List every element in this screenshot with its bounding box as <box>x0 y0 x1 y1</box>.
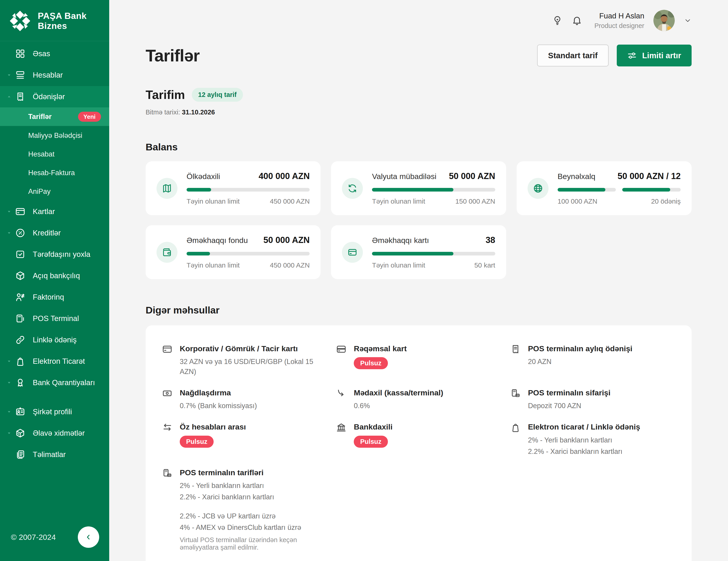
sidebar-subitem-hesabat[interactable]: Hesabat <box>0 145 109 164</box>
chevron-down-icon <box>5 359 14 364</box>
product-pos-tarifleri: POS terminalın tarifləri 2% - Yerli bank… <box>162 467 327 551</box>
other-products-title: Digər məhsullar <box>146 305 692 316</box>
user-menu-chevron-icon[interactable] <box>684 17 692 24</box>
sidebar-item-elave-xidmetler[interactable]: Əlavə xidmətlər <box>0 422 109 444</box>
cube-3d-icon <box>14 270 27 281</box>
progress-bar <box>558 188 616 192</box>
sidebar-item-elektron-ticaret[interactable]: Elektron Ticarət <box>0 351 109 372</box>
chevron-down-icon <box>5 209 14 214</box>
balance-card-olkedaxili: Ölkədaxili 400 000 AZN Təyin olunan limi… <box>146 161 321 215</box>
chevron-down-icon <box>5 431 14 436</box>
user-name: Fuad H Aslan <box>594 12 644 20</box>
topbar: Fuad H Aslan Product designer <box>146 10 692 31</box>
sidebar-item-kreditler[interactable]: Kreditlər <box>0 222 109 244</box>
sidebar-subitem-tarifler[interactable]: Tariflər Yeni <box>0 107 109 126</box>
transfer-arrows-icon <box>162 422 172 434</box>
shopping-bag-icon <box>14 356 27 366</box>
sidebar-item-hesablar[interactable]: Hesablar <box>0 64 109 86</box>
package-icon <box>14 428 27 438</box>
percent-circle-icon <box>14 228 27 238</box>
receipt-icon <box>510 344 521 355</box>
bell-icon[interactable] <box>572 15 582 26</box>
plan-duration-badge: 12 aylıq tarif <box>192 88 243 102</box>
user-info: Fuad H Aslan Product designer <box>594 12 644 30</box>
chevron-left-icon <box>85 533 92 541</box>
product-medaxil: Mədaxil (kassa/terminal) 0.6% <box>336 388 501 411</box>
product-reqemsal-kart: Rəqəmsal kart Pulsuz <box>336 344 501 377</box>
brand-logo: PAŞA Bank Biznes <box>0 0 109 41</box>
standart-tarif-button[interactable]: Standart tarif <box>537 45 609 66</box>
sidebar-item-terefdasini-yoxla[interactable]: Tərəfdaşını yoxla <box>0 244 109 265</box>
curved-arrow-icon <box>336 388 346 399</box>
id-card-icon <box>14 407 27 417</box>
progress-bar <box>372 188 495 192</box>
product-nagdlasdirma: Nağdlaşdırma 0.7% (Bank komissiyası) <box>162 388 327 411</box>
sidebar-item-faktorinq[interactable]: Faktorinq <box>0 286 109 308</box>
user-role: Product designer <box>594 22 644 30</box>
product-pos-sifarisi: POS terminalın sifarişi Depozit 700 AZN <box>510 388 675 411</box>
product-pos-ayliq-odenis: POS terminalın aylıq ödənişi 20 AZN <box>510 344 675 377</box>
sidebar-item-kartlar[interactable]: Kartlar <box>0 201 109 222</box>
sidebar-item-esas[interactable]: Əsas <box>0 43 109 64</box>
card-icon <box>14 206 27 217</box>
product-elektron-ticaret: Elektron ticarət / Linklə ödəniş 2% - Ye… <box>510 422 675 456</box>
pos-order-icon <box>510 388 521 399</box>
payments-receipt-icon <box>14 91 27 102</box>
progress-bar <box>372 252 495 255</box>
chevron-up-icon <box>5 94 14 99</box>
chevron-down-icon <box>5 380 14 385</box>
documents-icon <box>14 449 27 460</box>
limiti-artir-button[interactable]: Limiti artır <box>617 45 692 66</box>
progress-bar <box>187 252 310 255</box>
balance-card-valyuta: Valyuta mübadiləsi 50 000 AZN Təyin olun… <box>331 161 506 215</box>
link-icon <box>14 335 27 345</box>
sidebar-item-linkle-odenis[interactable]: Linklə ödəniş <box>0 329 109 351</box>
sidebar-subitem-anipay[interactable]: AniPay <box>0 182 109 201</box>
balance-card-emekhaqqi-fondu: Əməkhaqqı fondu 50 000 AZN Təyin olunan … <box>146 225 321 279</box>
sidebar-item-bank-qarantiyalari[interactable]: Bank Qarantiyaları <box>0 372 109 393</box>
sidebar-item-odenisler[interactable]: Ödənişlər <box>0 86 109 107</box>
chevron-down-icon <box>5 409 14 414</box>
wallet-icon <box>157 242 177 263</box>
sidebar: PAŞA Bank Biznes Əsas Hesablar <box>0 0 109 561</box>
sidebar-item-sirket-profili[interactable]: Şirkət profili <box>0 401 109 422</box>
balance-cards: Ölkədaxili 400 000 AZN Təyin olunan limi… <box>146 161 692 279</box>
salary-card-icon <box>342 242 363 263</box>
pasha-bank-logo-icon <box>9 10 31 32</box>
pulsuz-badge: Pulsuz <box>354 436 388 448</box>
sidebar-item-aciq-bankciliq[interactable]: Açıq bankçılıq <box>0 265 109 286</box>
sidebar-item-telimatlar[interactable]: Təlimatlar <box>0 444 109 465</box>
sidebar-subitem-hesab-faktura[interactable]: Hesab-Faktura <box>0 164 109 182</box>
progress-bar <box>187 188 310 192</box>
avatar[interactable] <box>653 10 675 31</box>
card-icon <box>162 344 172 355</box>
balance-section-title: Balans <box>146 142 692 153</box>
sidebar-collapse-button[interactable] <box>78 526 99 548</box>
page-title: Tariflər <box>146 46 200 65</box>
bank-icon <box>336 422 346 434</box>
map-icon <box>157 178 177 199</box>
balance-card-beynelxalq: Beynəlxalq 50 000 AZN / 12 100 000 AZN 2… <box>517 161 692 215</box>
pulsuz-badge: Pulsuz <box>180 436 214 448</box>
sidebar-subitem-maliyye-beledcisi[interactable]: Maliyyə Bələdçisi <box>0 126 109 145</box>
plan-name: Tarifim <box>146 88 185 102</box>
banknote-icon <box>162 388 172 399</box>
sidebar-group-odenisler: Ödənişlər Tariflər Yeni <box>0 86 109 126</box>
progress-bar <box>622 188 681 192</box>
sliders-icon <box>627 51 637 60</box>
product-bankdaxili: Bankdaxili Pulsuz <box>336 422 501 456</box>
document-check-icon <box>14 249 27 260</box>
copyright: © 2007-2024 <box>11 533 56 542</box>
yeni-badge: Yeni <box>78 112 101 122</box>
shopping-bag-icon <box>510 422 521 434</box>
chevron-down-icon <box>5 73 14 78</box>
grid-icon <box>14 48 27 59</box>
sidebar-item-pos-terminal[interactable]: POS Terminal <box>0 308 109 329</box>
digital-card-icon <box>336 344 346 355</box>
main-content: Fuad H Aslan Product designer <box>109 0 728 561</box>
pos-tariffs-icon <box>162 468 172 479</box>
balance-card-emekhaqqi-karti: Əməkhaqqı kartı 38 Təyin olunan limit 50… <box>331 225 506 279</box>
pulsuz-badge: Pulsuz <box>354 357 388 369</box>
lightbulb-icon[interactable] <box>552 15 563 26</box>
brand-name: PAŞA Bank Biznes <box>38 11 87 31</box>
